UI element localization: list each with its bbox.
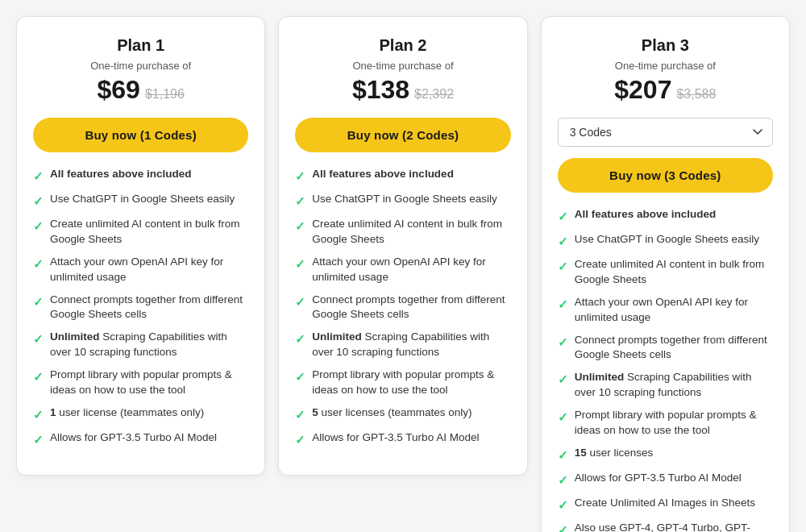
feature-text: Prompt library with popular prompts & id… xyxy=(50,368,248,398)
feature-text: Unlimited Scraping Capabilities with ove… xyxy=(575,370,773,401)
list-item: ✓All features above included xyxy=(558,207,773,225)
plan-price-row-plan2: $138$2,392 xyxy=(295,75,510,105)
list-item: ✓Also use GPT-4, GPT-4 Turbo, GPT-Vision… xyxy=(558,521,773,532)
feature-text: Prompt library with popular prompts & id… xyxy=(312,368,510,398)
feature-text: Connect prompts together from different … xyxy=(575,333,773,364)
list-item: ✓Use ChatGPT in Google Sheets easily xyxy=(33,192,248,210)
check-icon: ✓ xyxy=(33,168,44,185)
plan-card-plan1: Plan 1One-time purchase of$69$1,196Buy n… xyxy=(16,16,265,476)
plan-original-price-plan3: $3,588 xyxy=(676,87,716,101)
check-icon: ✓ xyxy=(295,368,305,385)
plan-price-plan3: $207 xyxy=(614,75,671,104)
plan-price-plan1: $69 xyxy=(98,75,140,104)
check-icon: ✓ xyxy=(33,256,44,272)
list-item: ✓Unlimited Scraping Capabilities with ov… xyxy=(558,370,773,401)
check-icon: ✓ xyxy=(295,168,305,185)
list-item: ✓Create unlimited AI content in bulk fro… xyxy=(295,217,510,247)
check-icon: ✓ xyxy=(33,293,44,310)
pricing-container: Plan 1One-time purchase of$69$1,196Buy n… xyxy=(16,16,790,532)
list-item: ✓Attach your own OpenAI API key for unli… xyxy=(558,295,773,326)
list-item: ✓Connect prompts together from different… xyxy=(558,333,773,364)
feature-text: 1 user license (teammates only) xyxy=(50,405,248,421)
list-item: ✓Create Unlimited AI Images in Sheets xyxy=(558,496,773,513)
plan-title-plan3: Plan 3 xyxy=(558,36,773,55)
check-icon: ✓ xyxy=(558,296,568,313)
check-icon: ✓ xyxy=(558,208,568,225)
check-icon: ✓ xyxy=(295,406,305,423)
plan-title-plan2: Plan 2 xyxy=(295,36,510,55)
list-item: ✓Use ChatGPT in Google Sheets easily xyxy=(295,192,510,210)
feature-text: Create unlimited AI content in bulk from… xyxy=(575,257,773,288)
feature-text: Use ChatGPT in Google Sheets easily xyxy=(50,192,248,207)
check-icon: ✓ xyxy=(33,330,44,347)
plan-subtitle-plan1: One-time purchase of xyxy=(33,60,248,72)
feature-text: Create unlimited AI content in bulk from… xyxy=(50,217,248,247)
check-icon: ✓ xyxy=(295,330,305,347)
check-icon: ✓ xyxy=(295,256,305,272)
check-icon: ✓ xyxy=(558,472,568,488)
check-icon: ✓ xyxy=(33,368,44,385)
check-icon: ✓ xyxy=(295,193,305,210)
plan-card-plan3: Plan 3One-time purchase of$207$3,5881 Co… xyxy=(541,16,790,532)
buy-button-plan3[interactable]: Buy now (3 Codes) xyxy=(558,158,773,193)
feature-text: Allows for GPT-3.5 Turbo AI Model xyxy=(312,430,510,446)
feature-text: Attach your own OpenAI API key for unlim… xyxy=(50,255,248,285)
buy-button-plan1[interactable]: Buy now (1 Codes) xyxy=(33,118,248,152)
feature-text: 15 user licenses xyxy=(575,446,773,461)
feature-text: Create Unlimited AI Images in Sheets xyxy=(575,496,773,511)
list-item: ✓Create unlimited AI content in bulk fro… xyxy=(33,217,248,247)
list-item: ✓Attach your own OpenAI API key for unli… xyxy=(33,255,248,285)
feature-text: Allows for GPT-3.5 Turbo AI Model xyxy=(575,471,773,486)
plan-price-row-plan3: $207$3,588 xyxy=(558,75,773,105)
check-icon: ✓ xyxy=(295,293,305,310)
list-item: ✓Connect prompts together from different… xyxy=(33,293,248,323)
feature-text: Prompt library with popular prompts & id… xyxy=(575,408,773,438)
check-icon: ✓ xyxy=(33,406,44,423)
list-item: ✓15 user licenses xyxy=(558,446,773,463)
list-item: ✓Unlimited Scraping Capabilities with ov… xyxy=(33,330,248,360)
feature-text: 5 user licenses (teammates only) xyxy=(312,405,510,421)
feature-text: Connect prompts together from different … xyxy=(312,293,510,323)
plan-original-price-plan2: $2,392 xyxy=(414,87,454,101)
list-item: ✓All features above included xyxy=(33,167,248,185)
list-item: ✓Prompt library with popular prompts & i… xyxy=(295,368,510,398)
list-item: ✓Use ChatGPT in Google Sheets easily xyxy=(558,232,773,250)
buy-button-plan2[interactable]: Buy now (2 Codes) xyxy=(295,118,510,152)
check-icon: ✓ xyxy=(295,431,305,448)
check-icon: ✓ xyxy=(558,497,568,513)
list-item: ✓Allows for GPT-3.5 Turbo AI Model xyxy=(33,430,248,448)
feature-text: All features above included xyxy=(312,167,510,182)
check-icon: ✓ xyxy=(558,233,568,250)
check-icon: ✓ xyxy=(558,371,568,388)
check-icon: ✓ xyxy=(295,218,305,235)
plan-card-plan2: Plan 2One-time purchase of$138$2,392Buy … xyxy=(278,16,527,476)
features-list-plan1: ✓All features above included✓Use ChatGPT… xyxy=(33,167,248,448)
feature-text: Attach your own OpenAI API key for unlim… xyxy=(575,295,773,326)
check-icon: ✓ xyxy=(558,522,568,532)
list-item: ✓1 user license (teammates only) xyxy=(33,405,248,423)
plan-price-plan2: $138 xyxy=(352,75,409,104)
list-item: ✓Prompt library with popular prompts & i… xyxy=(33,368,248,398)
check-icon: ✓ xyxy=(558,258,568,275)
check-icon: ✓ xyxy=(558,409,568,426)
plan-codes-dropdown-plan3[interactable]: 1 Code2 Codes3 Codes xyxy=(558,118,773,147)
feature-text: Unlimited Scraping Capabilities with ove… xyxy=(50,330,248,360)
check-icon: ✓ xyxy=(33,431,44,448)
check-icon: ✓ xyxy=(558,447,568,463)
check-icon: ✓ xyxy=(33,193,44,210)
feature-text: Allows for GPT-3.5 Turbo AI Model xyxy=(50,430,248,446)
feature-text: Use ChatGPT in Google Sheets easily xyxy=(312,192,510,207)
feature-text: Attach your own OpenAI API key for unlim… xyxy=(312,255,510,285)
features-list-plan3: ✓All features above included✓Use ChatGPT… xyxy=(558,207,773,532)
feature-text: Connect prompts together from different … xyxy=(50,293,248,323)
feature-text: Create unlimited AI content in bulk from… xyxy=(312,217,510,247)
plan-title-plan1: Plan 1 xyxy=(33,36,248,55)
feature-text: All features above included xyxy=(575,207,773,222)
feature-text: Use ChatGPT in Google Sheets easily xyxy=(575,232,773,247)
list-item: ✓Connect prompts together from different… xyxy=(295,293,510,323)
plan-subtitle-plan2: One-time purchase of xyxy=(295,60,510,72)
plan-subtitle-plan3: One-time purchase of xyxy=(558,60,773,72)
list-item: ✓All features above included xyxy=(295,167,510,185)
list-item: ✓Attach your own OpenAI API key for unli… xyxy=(295,255,510,285)
feature-text: Unlimited Scraping Capabilities with ove… xyxy=(312,330,510,360)
